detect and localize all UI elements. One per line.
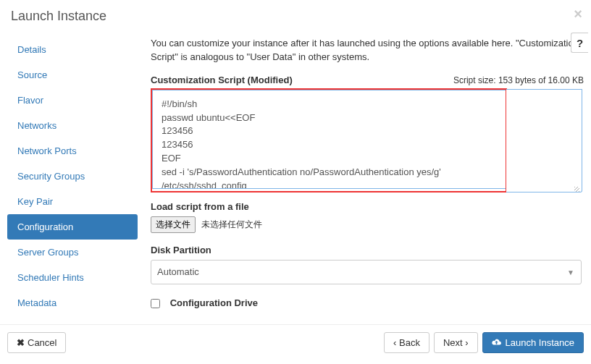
file-status-text: 未选择任何文件	[201, 219, 262, 229]
modal-title: Launch Instance	[11, 9, 580, 24]
choose-file-button[interactable]: 选择文件	[151, 216, 196, 233]
sidebar-item-label: Scheduler Hints	[17, 272, 84, 283]
sidebar-item-key-pair[interactable]: Key Pair	[7, 189, 138, 214]
file-input-row: 选择文件 未选择任何文件	[151, 216, 584, 233]
sidebar-item-label: Key Pair	[17, 196, 53, 207]
sidebar-item-label: Details	[17, 44, 46, 55]
sidebar-item-scheduler-hints[interactable]: Scheduler Hints	[7, 265, 138, 290]
launch-label: Launch Instance	[506, 337, 574, 348]
disk-partition-select[interactable]: Automatic	[151, 260, 582, 284]
config-drive-row[interactable]: Configuration Drive	[151, 297, 258, 308]
chevron-right-icon: ›	[463, 337, 469, 348]
cloud-upload-icon	[492, 337, 501, 348]
modal-header: Launch Instance ×	[0, 0, 591, 31]
sidebar-item-label: Flavor	[17, 95, 43, 106]
customization-script-input[interactable]	[152, 90, 506, 189]
load-file-label: Load script from a file	[151, 201, 584, 212]
back-button[interactable]: ‹ Back	[384, 332, 429, 353]
cancel-label: Cancel	[28, 337, 56, 348]
script-highlight-box	[151, 88, 507, 192]
help-icon[interactable]: ?	[571, 33, 588, 53]
sidebar-item-configuration[interactable]: Configuration	[7, 214, 138, 240]
back-label: Back	[399, 337, 420, 348]
sidebar-item-security-groups[interactable]: Security Groups	[7, 164, 138, 189]
resize-handle-icon	[572, 185, 581, 193]
sidebar-item-flavor[interactable]: Flavor	[7, 88, 138, 113]
sidebar-item-label: Networks	[17, 120, 56, 131]
script-label: Customization Script (Modified)	[151, 75, 293, 85]
chevron-left-icon: ‹	[393, 337, 399, 348]
modal-footer: ✖Cancel ‹ Back Next › Launch Instance	[0, 324, 591, 360]
sidebar-item-label: Source	[17, 69, 47, 80]
x-icon: ✖	[17, 337, 25, 348]
configuration-panel: ? You can customize your instance after …	[138, 31, 584, 324]
partition-label: Disk Partition	[151, 245, 584, 255]
close-icon[interactable]: ×	[574, 6, 582, 22]
launch-instance-button[interactable]: Launch Instance	[482, 332, 584, 353]
script-size-text: Script size: 153 bytes of 16.00 KB	[453, 75, 584, 85]
next-label: Next	[443, 337, 463, 348]
sidebar-item-details[interactable]: Details	[7, 37, 138, 62]
sidebar-item-source[interactable]: Source	[7, 62, 138, 88]
sidebar-item-label: Network Ports	[17, 145, 77, 156]
next-button[interactable]: Next ›	[434, 332, 478, 353]
sidebar-item-label: Security Groups	[17, 171, 85, 182]
sidebar-item-label: Metadata	[17, 297, 56, 308]
intro-text: You can customize your instance after it…	[151, 37, 584, 64]
launch-instance-modal: Launch Instance × Details Source Flavor …	[0, 0, 591, 360]
cancel-button[interactable]: ✖Cancel	[7, 332, 66, 353]
wizard-sidebar: Details Source Flavor Networks Network P…	[7, 31, 138, 324]
sidebar-item-metadata[interactable]: Metadata	[7, 290, 138, 316]
config-drive-checkbox[interactable]	[151, 299, 160, 308]
config-drive-label: Configuration Drive	[170, 297, 258, 308]
sidebar-item-networks[interactable]: Networks	[7, 113, 138, 138]
textarea-right-edge	[506, 89, 582, 192]
modal-body: Details Source Flavor Networks Network P…	[0, 31, 591, 324]
sidebar-item-label: Configuration	[17, 221, 73, 232]
sidebar-item-network-ports[interactable]: Network Ports	[7, 138, 138, 164]
sidebar-item-label: Server Groups	[17, 247, 79, 258]
sidebar-item-server-groups[interactable]: Server Groups	[7, 240, 138, 265]
